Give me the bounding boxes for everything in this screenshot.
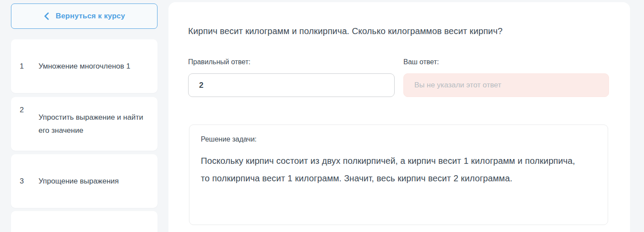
solution-label: Решение задачи: xyxy=(201,135,257,143)
lesson-number: 1 xyxy=(20,62,38,71)
sidebar-item-lesson-1[interactable]: 1 Умножение многочленов 1 xyxy=(11,39,158,93)
chevron-left-icon xyxy=(43,12,49,20)
correct-answer-label: Правильный ответ: xyxy=(188,58,250,66)
correct-answer-field[interactable] xyxy=(188,73,395,97)
solution-card: Решение задачи: Поскольку кирпич состоит… xyxy=(189,125,608,225)
sidebar-item-lesson-2[interactable]: 2 Упростить выражение и найти его значен… xyxy=(11,97,158,151)
lesson-number: 2 xyxy=(20,104,38,114)
solution-text: Поскольку кирпич состоит из двух полкирп… xyxy=(201,152,581,187)
lesson-title: Упростить выражение и найти его значение xyxy=(38,111,149,137)
lesson-number: 3 xyxy=(20,177,38,186)
user-answer-label: Ваш ответ: xyxy=(403,58,439,66)
sidebar: Вернуться к курсу 1 Умножение многочлено… xyxy=(0,0,168,232)
sidebar-item-lesson-4-partial[interactable] xyxy=(11,211,158,232)
back-to-course-button[interactable]: Вернуться к курсу xyxy=(11,3,158,29)
sidebar-item-lesson-3[interactable]: 3 Упрощение выражения xyxy=(11,154,158,208)
lesson-title: Упрощение выражения xyxy=(38,175,119,188)
lesson-title: Умножение многочленов 1 xyxy=(38,60,130,73)
question-text: Кирпич весит килограмм и полкирпича. Ско… xyxy=(188,25,608,37)
task-review-panel: Кирпич весит килограмм и полкирпича. Ско… xyxy=(168,2,630,232)
back-to-course-label: Вернуться к курсу xyxy=(56,12,125,21)
user-answer-field[interactable] xyxy=(403,73,609,97)
